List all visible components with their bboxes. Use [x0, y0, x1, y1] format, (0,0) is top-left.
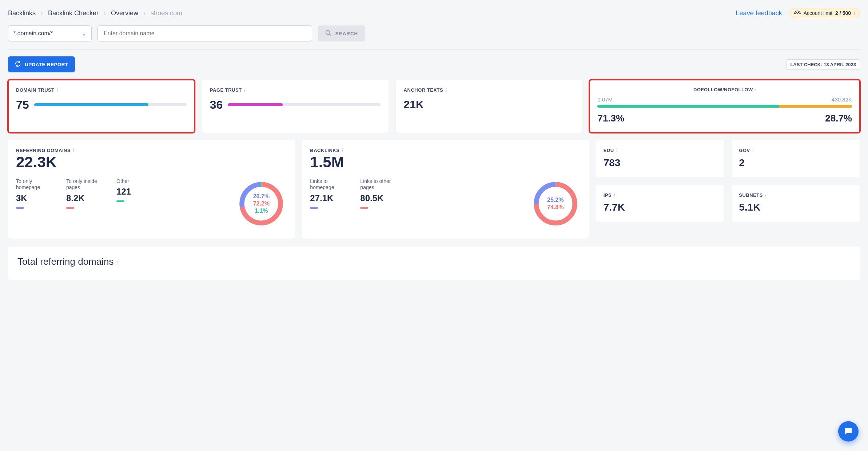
domain-scope-value: *.domain.com/*: [13, 30, 53, 37]
donut-pct: 26.7%: [253, 193, 270, 200]
anchor-texts-value: 21K: [404, 98, 574, 111]
chevron-right-icon: ›: [41, 9, 43, 17]
legend-swatch: [116, 200, 124, 202]
info-icon[interactable]: i: [752, 148, 754, 153]
ips-value: 7.7K: [604, 201, 717, 213]
card-title: DOMAIN TRUST: [16, 87, 55, 93]
info-icon[interactable]: i: [244, 87, 246, 93]
legend-swatch: [360, 207, 368, 209]
page-trust-card[interactable]: PAGE TRUST i 36: [202, 80, 389, 133]
section-title: Total referring domains: [17, 256, 114, 267]
card-title: IPS: [604, 192, 612, 198]
legend-swatch: [16, 207, 24, 209]
search-icon: [325, 30, 332, 37]
update-report-label: UPDATE REPORT: [25, 62, 68, 67]
sub-value: 3K: [16, 193, 56, 203]
card-title: GOV: [739, 148, 750, 153]
sub-label: Other: [116, 178, 131, 185]
dofollow-nofollow-card[interactable]: DOFOLLOW/NOFOLLOW i 1.07M 430.82K 71.3% …: [589, 80, 860, 133]
breadcrumb-current: shoes.com: [151, 9, 182, 17]
breadcrumb-item[interactable]: Overview: [111, 9, 138, 17]
card-title: EDU: [604, 148, 614, 153]
sub-label: To only homepage: [16, 178, 56, 191]
account-limit-total: 500: [843, 10, 851, 16]
breadcrumb-item[interactable]: Backlinks: [8, 9, 36, 17]
donut-pct: 72.2%: [253, 200, 270, 207]
gauge-icon: [794, 11, 801, 16]
breadcrumb: Backlinks › Backlink Checker › Overview …: [8, 9, 182, 17]
sub-value: 121: [116, 187, 131, 197]
referring-domains-card[interactable]: REFERRING DOMAINS i 22.3K To only homepa…: [8, 140, 295, 239]
backlinks-card[interactable]: BACKLINKS i 1.5M Links to homepage 27.1K…: [302, 140, 589, 239]
refresh-icon: [15, 61, 21, 68]
update-report-button[interactable]: UPDATE REPORT: [8, 56, 75, 72]
leave-feedback-link[interactable]: Leave feedback: [736, 9, 782, 17]
referring-domains-total: 22.3K: [16, 153, 287, 171]
info-icon[interactable]: i: [342, 148, 343, 153]
edu-value: 783: [604, 157, 717, 169]
backlinks-donut: 25.2% 74.8%: [530, 178, 581, 229]
breadcrumb-item[interactable]: Backlink Checker: [48, 9, 99, 17]
dofollow-nofollow-bar: [597, 105, 852, 108]
legend-swatch: [310, 207, 318, 209]
card-title: DOFOLLOW/NOFOLLOW: [693, 87, 753, 92]
info-icon[interactable]: i: [57, 87, 58, 93]
info-icon[interactable]: i: [754, 87, 756, 92]
domain-trust-value: 75: [16, 98, 29, 112]
account-limit-label: Account limit: [804, 10, 832, 16]
info-icon[interactable]: i: [73, 148, 74, 153]
donut-pct: 1.1%: [255, 208, 268, 214]
last-check-badge: LAST CHECK: 13 APRIL 2023: [786, 59, 860, 70]
sub-label: To only inside pages: [66, 178, 106, 191]
card-title: BACKLINKS: [310, 148, 339, 153]
total-referring-domains-section: Total referring domains i: [8, 247, 860, 280]
edu-card[interactable]: EDUi 783: [596, 140, 725, 177]
card-title: REFERRING DOMAINS: [16, 148, 71, 153]
card-title: SUBNETS: [739, 192, 763, 198]
sub-value: 27.1K: [310, 193, 350, 203]
anchor-texts-card[interactable]: ANCHOR TEXTS i 21K: [396, 80, 582, 133]
referring-domains-donut: 26.7% 72.2% 1.1%: [236, 178, 287, 229]
page-trust-value: 36: [210, 98, 223, 112]
domain-trust-bar: [34, 103, 187, 106]
legend-swatch: [66, 207, 74, 209]
gov-card[interactable]: GOVi 2: [732, 140, 860, 177]
subnets-value: 5.1K: [739, 201, 853, 213]
backlinks-total: 1.5M: [310, 153, 581, 171]
donut-pct: 74.8%: [547, 204, 564, 211]
info-icon[interactable]: i: [116, 260, 118, 266]
dofollow-percent: 71.3%: [597, 113, 624, 124]
sub-label: Links to other pages: [360, 178, 400, 191]
page-trust-bar: [228, 103, 380, 106]
chevron-right-icon: ›: [104, 9, 106, 17]
dofollow-count: 1.07M: [597, 96, 613, 103]
account-limit-badge[interactable]: Account limit 2 / 500 i: [789, 8, 860, 18]
sub-label: Links to homepage: [310, 178, 350, 191]
donut-pct: 25.2%: [547, 197, 564, 203]
svg-point-1: [326, 30, 330, 34]
sub-value: 80.5K: [360, 193, 400, 203]
account-limit-used: 2: [835, 10, 838, 16]
info-icon[interactable]: i: [765, 192, 767, 198]
domain-scope-select[interactable]: *.domain.com/* ⌄: [8, 25, 92, 41]
ips-card[interactable]: IPSi 7.7K: [596, 185, 725, 222]
subnets-card[interactable]: SUBNETSi 5.1K: [732, 185, 860, 222]
nofollow-percent: 28.7%: [825, 113, 852, 124]
domain-input[interactable]: [97, 25, 312, 41]
nofollow-count: 430.82K: [832, 96, 852, 103]
gov-value: 2: [739, 157, 853, 169]
sub-value: 8.2K: [66, 193, 106, 203]
domain-trust-card[interactable]: DOMAIN TRUST i 75: [8, 80, 195, 133]
card-title: ANCHOR TEXTS: [404, 87, 443, 93]
info-icon[interactable]: i: [614, 192, 615, 198]
info-icon[interactable]: i: [854, 10, 855, 16]
chat-button[interactable]: [838, 421, 859, 442]
info-icon[interactable]: i: [445, 87, 447, 93]
info-icon[interactable]: i: [616, 148, 618, 153]
chat-icon: [843, 426, 853, 436]
search-button-label: SEARCH: [335, 31, 358, 36]
chevron-down-icon: ⌄: [81, 30, 86, 37]
chevron-right-icon: ›: [143, 9, 146, 17]
search-button[interactable]: SEARCH: [318, 25, 365, 41]
svg-line-2: [330, 34, 331, 36]
